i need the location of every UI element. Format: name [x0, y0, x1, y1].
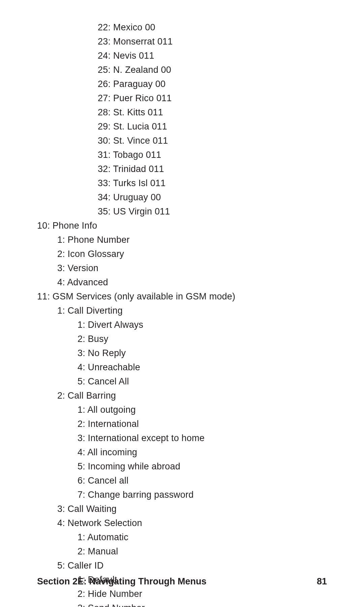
menu-line: 11: GSM Services (only available in GSM … [37, 289, 327, 304]
menu-line: 28: St. Kitts 011 [37, 105, 327, 119]
menu-line: 5: Incoming while abroad [37, 459, 327, 473]
menu-line: 27: Puer Rico 011 [37, 91, 327, 105]
page-footer: Section 2E: Navigating Through Menus 81 [37, 576, 327, 587]
menu-line: 1: Automatic [37, 530, 327, 544]
menu-line: 3: Call Waiting [37, 502, 327, 516]
menu-line: 3: Version [37, 261, 327, 275]
menu-line: 29: St. Lucia 011 [37, 119, 327, 134]
menu-line: 33: Turks Isl 011 [37, 176, 327, 190]
menu-line: 1: Call Diverting [37, 304, 327, 318]
menu-line: 2: Call Barring [37, 388, 327, 403]
menu-line: 23: Monserrat 011 [37, 34, 327, 49]
menu-line: 31: Tobago 011 [37, 148, 327, 162]
menu-line: 22: Mexico 00 [37, 20, 327, 34]
menu-line: 4: Network Selection [37, 516, 327, 530]
menu-line: 24: Nevis 011 [37, 49, 327, 63]
menu-line: 3: No Reply [37, 346, 327, 360]
menu-line: 5: Cancel All [37, 374, 327, 388]
menu-line: 2: Icon Glossary [37, 247, 327, 261]
menu-line: 2: International [37, 417, 327, 431]
menu-line: 32: Trinidad 011 [37, 162, 327, 176]
menu-line: 4: Advanced [37, 275, 327, 289]
menu-line: 5: Caller ID [37, 558, 327, 573]
menu-line: 30: St. Vince 011 [37, 134, 327, 148]
menu-line: 3: International except to home [37, 431, 327, 445]
menu-line: 7: Change barring password [37, 488, 327, 502]
menu-line: 2: Hide Number [37, 587, 327, 601]
menu-line: 1: All outgoing [37, 403, 327, 417]
menu-line: 6: Cancel all [37, 473, 327, 488]
page: 22: Mexico 0023: Monserrat 01124: Nevis … [0, 0, 364, 607]
menu-line: 34: Uruguay 00 [37, 190, 327, 204]
menu-line: 4: All incoming [37, 445, 327, 459]
menu-line: 3: Send Number [37, 601, 327, 607]
section-title: Section 2E: Navigating Through Menus [37, 576, 207, 587]
menu-line: 1: Phone Number [37, 233, 327, 247]
menu-line: 10: Phone Info [37, 219, 327, 233]
page-number: 81 [317, 576, 327, 587]
menu-line: 26: Paraguay 00 [37, 77, 327, 91]
menu-line: 2: Busy [37, 332, 327, 346]
menu-line: 4: Unreachable [37, 360, 327, 374]
menu-hierarchy: 22: Mexico 0023: Monserrat 01124: Nevis … [37, 20, 327, 607]
menu-line: 1: Divert Always [37, 318, 327, 332]
menu-line: 2: Manual [37, 544, 327, 558]
menu-line: 25: N. Zealand 00 [37, 63, 327, 77]
menu-line: 35: US Virgin 011 [37, 204, 327, 219]
